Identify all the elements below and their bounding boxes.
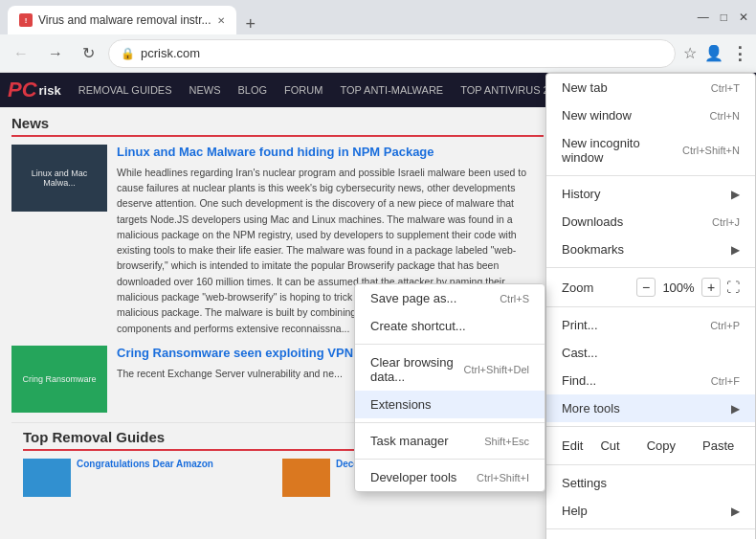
submenu-developer-tools[interactable]: Developer tools Ctrl+Shift+I	[355, 463, 545, 491]
menu-more-tools-arrow: ▶	[731, 402, 740, 415]
tab-favicon: !	[19, 13, 33, 27]
submenu-divider-3	[355, 459, 545, 460]
menu-print[interactable]: Print... Ctrl+P	[546, 311, 755, 339]
menu-more-tools[interactable]: More tools ▶	[546, 394, 755, 422]
tab-bar: ! Virus and malware removal instr... ✕ +	[8, 0, 261, 34]
submenu-task-manager[interactable]: Task manager Shift+Esc	[355, 427, 545, 455]
url-text: pcrisk.com	[141, 46, 663, 60]
menu-find-label: Find...	[562, 373, 596, 388]
menu-zoom-row: Zoom − 100% + ⛶	[546, 272, 755, 303]
menu-divider-2	[546, 267, 755, 268]
menu-bookmarks[interactable]: Bookmarks ▶	[546, 236, 755, 263]
menu-divider-5	[546, 464, 755, 465]
menu-divider-1	[546, 175, 755, 176]
menu-new-window[interactable]: New window Ctrl+N	[546, 101, 755, 129]
submenu-create-shortcut-label: Create shortcut...	[370, 319, 466, 333]
menu-edit-row: Edit Cut Copy Paste	[546, 431, 755, 460]
menu-print-label: Print...	[562, 318, 598, 332]
lock-icon: 🔒	[121, 47, 135, 60]
menu-bookmarks-label: Bookmarks	[562, 242, 624, 257]
menu-new-window-label: New window	[562, 108, 632, 123]
titlebar: ! Virus and malware removal instr... ✕ +…	[0, 0, 756, 34]
menu-history-arrow: ▶	[731, 188, 740, 201]
menu-settings[interactable]: Settings	[546, 469, 755, 497]
tab-close-button[interactable]: ✕	[217, 15, 225, 26]
new-tab-button[interactable]: +	[240, 14, 262, 34]
menu-help-label: Help	[562, 504, 588, 518]
menu-exit[interactable]: Exit	[546, 533, 755, 539]
menu-new-tab-shortcut: Ctrl+T	[711, 82, 740, 94]
menu-edit-label: Edit	[562, 438, 583, 453]
reload-button[interactable]: ↻	[77, 42, 100, 64]
submenu-task-manager-label: Task manager	[370, 434, 449, 448]
menu-incognito-label: New incognito window	[562, 136, 682, 165]
menu-copy-button[interactable]: Copy	[637, 435, 685, 457]
back-button[interactable]: ←	[8, 43, 34, 64]
menu-cast-label: Cast...	[562, 346, 598, 360]
menu-new-tab-label: New tab	[562, 80, 608, 95]
submenu-clear-browsing-label: Clear browsing data...	[370, 355, 464, 384]
submenu-developer-tools-label: Developer tools	[370, 470, 456, 484]
account-icon[interactable]: 👤	[704, 44, 723, 62]
menu-downloads-label: Downloads	[562, 214, 623, 229]
active-tab[interactable]: ! Virus and malware removal instr... ✕	[8, 6, 236, 34]
menu-bookmarks-arrow: ▶	[731, 243, 740, 257]
star-icon[interactable]: ☆	[683, 44, 697, 62]
url-bar[interactable]: 🔒 pcrisk.com	[108, 39, 676, 68]
menu-incognito[interactable]: New incognito window Ctrl+Shift+N	[546, 129, 755, 171]
menu-new-tab[interactable]: New tab Ctrl+T	[546, 74, 755, 101]
forward-button[interactable]: →	[42, 43, 69, 64]
menu-find-shortcut: Ctrl+F	[711, 375, 740, 387]
address-actions: ☆ 👤 ⋮	[683, 43, 748, 64]
submenu-save-page-shortcut: Ctrl+S	[500, 293, 529, 304]
menu-divider-4	[546, 426, 755, 427]
menu-find[interactable]: Find... Ctrl+F	[546, 367, 755, 394]
submenu-clear-browsing[interactable]: Clear browsing data... Ctrl+Shift+Del	[355, 348, 545, 391]
menu-divider-6	[546, 528, 755, 529]
submenu-extensions[interactable]: Extensions	[355, 391, 545, 418]
submenu-extensions-label: Extensions	[370, 397, 432, 412]
zoom-control: Zoom − 100% + ⛶	[546, 276, 755, 299]
tab-title: Virus and malware removal instr...	[38, 13, 211, 27]
submenu-save-page-label: Save page as...	[370, 291, 456, 305]
submenu-developer-tools-shortcut: Ctrl+Shift+I	[477, 472, 529, 483]
zoom-plus-button[interactable]: +	[701, 278, 721, 297]
address-bar: ← → ↻ 🔒 pcrisk.com ☆ 👤 ⋮	[0, 34, 756, 73]
menu-downloads-shortcut: Ctrl+J	[712, 216, 740, 228]
submenu-task-manager-shortcut: Shift+Esc	[484, 436, 529, 447]
menu-cast[interactable]: Cast...	[546, 339, 755, 367]
menu-help[interactable]: Help ▶	[546, 497, 755, 525]
submenu-create-shortcut[interactable]: Create shortcut...	[355, 312, 545, 340]
menu-cut-button[interactable]: Cut	[590, 435, 629, 457]
submenu-divider-1	[355, 344, 545, 345]
more-tools-submenu[interactable]: Save page as... Ctrl+S Create shortcut..…	[354, 283, 545, 492]
maximize-button[interactable]: □	[721, 11, 727, 24]
submenu-save-page[interactable]: Save page as... Ctrl+S	[355, 284, 545, 312]
menu-paste-button[interactable]: Paste	[693, 435, 744, 457]
close-button[interactable]: ✕	[739, 11, 748, 24]
zoom-minus-button[interactable]: −	[636, 278, 656, 297]
context-menu-overlay: Save page as... Ctrl+S Create shortcut..…	[0, 73, 756, 539]
submenu-divider-2	[355, 422, 545, 423]
menu-icon[interactable]: ⋮	[731, 43, 748, 64]
menu-incognito-shortcut: Ctrl+Shift+N	[682, 145, 740, 156]
zoom-label: Zoom	[562, 281, 631, 295]
zoom-value: 100%	[661, 281, 696, 295]
main-context-menu[interactable]: New tab Ctrl+T New window Ctrl+N New inc…	[545, 73, 756, 539]
menu-print-shortcut: Ctrl+P	[710, 320, 740, 331]
submenu-clear-browsing-shortcut: Ctrl+Shift+Del	[464, 364, 529, 375]
menu-help-arrow: ▶	[731, 505, 740, 518]
menu-new-window-shortcut: Ctrl+N	[710, 110, 740, 122]
zoom-expand-button[interactable]: ⛶	[726, 280, 740, 295]
menu-history-label: History	[562, 187, 600, 201]
window-controls: — □ ✕	[698, 11, 748, 24]
menu-settings-label: Settings	[562, 476, 607, 490]
menu-more-tools-label: More tools	[562, 401, 620, 415]
menu-history[interactable]: History ▶	[546, 180, 755, 208]
minimize-button[interactable]: —	[698, 11, 709, 24]
menu-divider-3	[546, 306, 755, 307]
menu-downloads[interactable]: Downloads Ctrl+J	[546, 208, 755, 236]
